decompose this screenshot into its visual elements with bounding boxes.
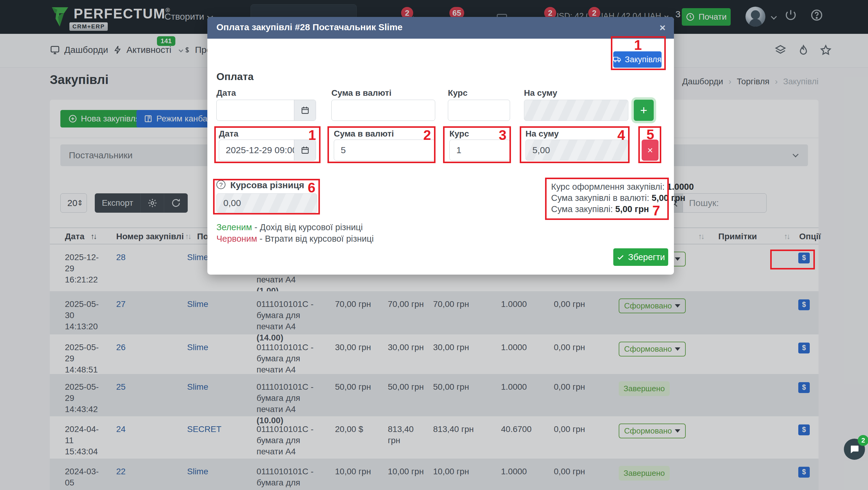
field-label-date: Дата — [216, 88, 236, 98]
modal-header: Оплата закупівлі #28 Постачальник Slime … — [207, 17, 674, 39]
chat-unread-badge: 2 — [858, 435, 868, 446]
perfectum-crm-app: PERFECTUM® CRM+ERP Створити 2 65 2 2 USD… — [0, 0, 868, 490]
annotation-box-2-amount: 2 — [328, 126, 435, 163]
annotation-box-4-total: 4 — [520, 126, 629, 163]
modal-title: Оплата закупівлі #28 Постачальник Slime — [216, 22, 403, 32]
field-label-total: На суму — [524, 88, 557, 98]
check-icon — [617, 253, 624, 261]
save-button[interactable]: Зберегти — [613, 248, 668, 266]
payment-section-title: Оплата — [216, 71, 253, 83]
annotation-box-3-rate: 3 — [443, 126, 511, 163]
chat-bubble-icon — [849, 444, 860, 455]
legend-red: Червоним - Втрати від курсової різниці — [216, 234, 374, 244]
rate-input-empty[interactable] — [448, 100, 510, 121]
date-input-empty[interactable] — [216, 100, 316, 121]
annotation-box-6-exchange: 6 — [213, 179, 320, 214]
annotation-box-1-tab: 1 — [611, 36, 666, 70]
field-label-amount: Сума в валюті — [331, 88, 392, 98]
add-payment-button[interactable]: + — [634, 100, 654, 121]
annotation-box-1-date: 1 — [214, 126, 320, 163]
legend-green: Зеленим - Дохід від курсової різниці — [216, 222, 363, 232]
total-input-disabled — [524, 100, 628, 121]
annotation-box-5-delete: 5 — [638, 126, 661, 163]
annotation-box-row-option — [770, 250, 815, 269]
amount-input-empty[interactable] — [331, 100, 435, 121]
calendar-icon[interactable] — [294, 100, 316, 120]
annotation-box-7-summary: 7 — [545, 178, 669, 220]
close-icon[interactable]: × — [659, 22, 665, 33]
field-label-rate: Курс — [448, 88, 467, 98]
